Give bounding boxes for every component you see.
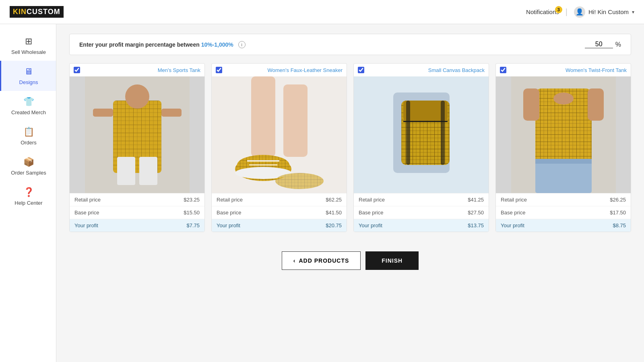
header-divider: | <box>566 7 568 16</box>
retail-price-label: Retail price <box>359 197 385 203</box>
logo-text: KINCUSTOM <box>10 6 64 18</box>
base-price-label: Base price <box>359 210 383 216</box>
svg-point-26 <box>275 173 324 189</box>
product-image-svg <box>227 76 332 193</box>
layout: ⊞ Sell Wholesale 🖥 Designs 👕 Created Mer… <box>0 24 644 362</box>
notifications-label: Notifications <box>526 8 559 15</box>
product-card-twist-front-tank: Women's Twist-Front Tank <box>495 63 631 232</box>
sidebar-item-label: Help Center <box>14 200 42 206</box>
base-price-value: $15.50 <box>184 210 200 216</box>
profit-row: Your profit $7.75 <box>70 219 204 232</box>
notifications-button[interactable]: Notifications 3 <box>526 8 559 15</box>
product-card-backpack: Small Canvas Backpack <box>353 63 489 232</box>
svg-point-7 <box>125 84 149 109</box>
created-merch-icon: 👕 <box>23 97 34 107</box>
header-right: Notifications 3 | 👤 Hi! Kin Custom ▾ <box>526 6 634 18</box>
base-price-row: Base price $17.50 <box>496 206 631 219</box>
profit-value: $8.75 <box>613 222 626 228</box>
product-image-svg <box>511 76 616 193</box>
product-card-header: Women's Twist-Front Tank <box>496 64 631 76</box>
product-name: Small Canvas Backpack <box>367 67 485 73</box>
info-icon[interactable]: i <box>238 41 246 48</box>
svg-point-48 <box>553 93 574 105</box>
svg-rect-50 <box>535 159 592 164</box>
product-name: Men's Sports Tank <box>83 67 200 73</box>
profit-input-wrap: % <box>585 41 621 48</box>
svg-rect-18 <box>251 76 275 157</box>
add-products-label: ADD PRODUCTS <box>299 257 349 264</box>
svg-rect-46 <box>523 88 539 121</box>
product-image-svg <box>85 76 190 193</box>
logo[interactable]: KINCUSTOM <box>10 6 64 18</box>
order-samples-icon: 📦 <box>23 157 34 167</box>
profit-margin-input[interactable] <box>585 41 613 48</box>
svg-rect-11 <box>139 157 157 185</box>
product-card-header: Small Canvas Backpack <box>354 64 489 76</box>
add-products-button[interactable]: ‹ ADD PRODUCTS <box>282 251 361 270</box>
profit-label: Your profit <box>501 222 524 228</box>
svg-rect-47 <box>588 88 604 121</box>
finish-button[interactable]: FINISH <box>365 251 419 270</box>
retail-price-value: $41.25 <box>468 197 484 203</box>
svg-rect-8 <box>93 109 113 117</box>
sidebar-item-orders[interactable]: 📋 Orders <box>0 121 56 151</box>
percent-symbol: % <box>615 41 621 48</box>
product-checkbox[interactable] <box>216 67 222 73</box>
notifications-badge: 3 <box>555 6 562 13</box>
products-grid: Men's Sports Tank <box>69 63 631 232</box>
profit-value: $20.75 <box>326 222 342 228</box>
sidebar-item-order-samples[interactable]: 📦 Order Samples <box>0 151 56 181</box>
main-content: Enter your profit margin percentage betw… <box>56 24 644 362</box>
retail-price-value: $62.25 <box>326 197 342 203</box>
product-pricing: Retail price $23.25 Base price $15.50 Yo… <box>70 193 204 232</box>
sidebar-item-sell-wholesale[interactable]: ⊞ Sell Wholesale <box>0 31 56 61</box>
product-image-svg <box>369 76 474 193</box>
retail-price-label: Retail price <box>501 197 527 203</box>
product-checkbox[interactable] <box>358 67 364 73</box>
profit-row: Your profit $13.75 <box>354 219 489 232</box>
sidebar-item-help-center[interactable]: ❓ Help Center <box>0 181 56 212</box>
chevron-down-icon: ▾ <box>632 9 634 15</box>
base-price-label: Base price <box>74 210 99 216</box>
retail-price-value: $26.25 <box>610 197 626 203</box>
orders-icon: 📋 <box>23 127 34 137</box>
sidebar-item-label: Designs <box>19 79 38 85</box>
product-image <box>70 76 204 193</box>
sidebar-item-designs[interactable]: 🖥 Designs <box>0 61 56 91</box>
sidebar-item-label: Sell Wholesale <box>11 49 46 55</box>
product-card-header: Women's Faux-Leather Sneaker <box>212 64 347 76</box>
sidebar-item-created-merch[interactable]: 👕 Created Merch <box>0 91 56 121</box>
sell-wholesale-icon: ⊞ <box>25 36 32 47</box>
finish-label: FINISH <box>382 257 402 264</box>
profit-margin-bar: Enter your profit margin percentage betw… <box>69 34 631 55</box>
sidebar: ⊞ Sell Wholesale 🖥 Designs 👕 Created Mer… <box>0 24 56 362</box>
product-checkbox[interactable] <box>500 67 506 73</box>
product-pricing: Retail price $62.25 Base price $41.50 Yo… <box>212 193 347 232</box>
svg-rect-37 <box>441 101 445 165</box>
retail-price-row: Retail price $62.25 <box>212 193 347 206</box>
user-menu[interactable]: 👤 Hi! Kin Custom ▾ <box>574 6 634 18</box>
designs-icon: 🖥 <box>24 66 33 77</box>
product-pricing: Retail price $41.25 Base price $27.50 Yo… <box>354 193 489 232</box>
svg-rect-19 <box>283 84 308 157</box>
product-image <box>212 76 347 193</box>
product-pricing: Retail price $26.25 Base price $17.50 Yo… <box>496 193 631 232</box>
product-name: Women's Twist-Front Tank <box>510 67 627 73</box>
sidebar-item-label: Created Merch <box>11 109 46 115</box>
product-image <box>496 76 631 193</box>
retail-price-row: Retail price $26.25 <box>496 193 631 206</box>
profit-label: Your profit <box>74 222 98 228</box>
base-price-value: $41.50 <box>326 210 342 216</box>
profit-margin-label: Enter your profit margin percentage betw… <box>79 41 233 48</box>
base-price-row: Base price $27.50 <box>354 206 489 219</box>
product-card-mens-sports-tank: Men's Sports Tank <box>69 63 205 232</box>
svg-rect-9 <box>161 109 182 117</box>
user-greeting: Hi! Kin Custom <box>588 8 629 15</box>
product-checkbox[interactable] <box>74 67 80 73</box>
profit-range: 10%-1,000% <box>201 41 233 48</box>
back-chevron-icon: ‹ <box>293 257 296 264</box>
base-price-row: Base price $15.50 <box>70 206 204 219</box>
product-image <box>354 76 489 193</box>
header: KINCUSTOM Notifications 3 | 👤 Hi! Kin Cu… <box>0 0 644 24</box>
profit-label: Your profit <box>359 222 382 228</box>
